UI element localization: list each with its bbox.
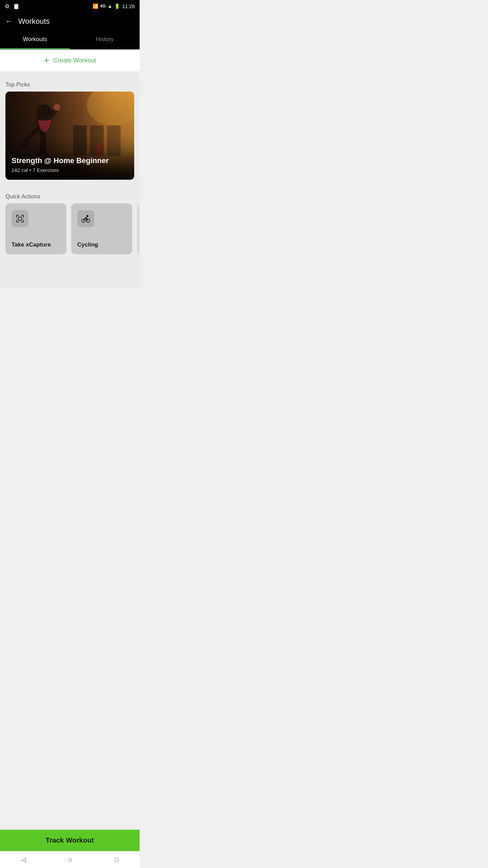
- svg-rect-19: [18, 217, 22, 220]
- cycling-icon: [77, 210, 94, 227]
- top-picks-workout-meta: 142 cal • 7 Exercises: [12, 167, 128, 173]
- time-display: 11:26: [122, 3, 135, 9]
- tab-bar: Workouts History: [0, 31, 140, 50]
- svg-rect-14: [23, 215, 24, 218]
- xcapture-icon: [12, 210, 28, 227]
- back-button[interactable]: ←: [5, 17, 13, 26]
- xcapture-svg: [15, 214, 25, 223]
- tab-workouts[interactable]: Workouts: [0, 31, 70, 49]
- clipboard-icon: 📋: [13, 3, 20, 9]
- settings-icon: ⚙: [5, 3, 9, 9]
- top-bar: ← Workouts: [0, 12, 140, 31]
- status-right-icons: 📶 4G ▲ 🔋 11:26: [93, 3, 135, 9]
- create-workout-button[interactable]: + Create Workout: [11, 50, 129, 71]
- top-picks-section-title: Top Picks: [0, 78, 140, 92]
- top-picks-workout-name: Strength @ Home Beginner: [12, 156, 128, 165]
- page-title: Workouts: [18, 17, 50, 26]
- svg-rect-12: [16, 215, 17, 218]
- svg-point-22: [86, 215, 88, 217]
- bluetooth-icon: 📶: [93, 3, 98, 9]
- quick-actions-section-title: Quick Actions: [0, 190, 140, 203]
- quick-actions-row: Take xCapture: [0, 203, 140, 254]
- battery-icon: 🔋: [114, 3, 120, 9]
- svg-rect-16: [16, 220, 17, 222]
- top-picks-overlay: Strength @ Home Beginner 142 cal • 7 Exe…: [5, 150, 134, 180]
- svg-rect-18: [23, 220, 24, 222]
- content-area: + Create Workout Top Picks: [0, 50, 140, 288]
- xcapture-label: Take xCapture: [12, 241, 60, 248]
- cycling-svg: [81, 214, 90, 223]
- 4g-label: 4G: [100, 4, 106, 8]
- quick-action-more[interactable]: [137, 203, 140, 254]
- quick-action-cycling[interactable]: Cycling: [71, 203, 132, 254]
- plus-icon: +: [44, 56, 49, 65]
- quick-action-xcapture[interactable]: Take xCapture: [5, 203, 66, 254]
- cycling-label: Cycling: [77, 241, 126, 248]
- signal-bars-icon: ▲: [108, 3, 113, 9]
- create-workout-label: Create Workout: [53, 57, 96, 64]
- top-picks-card[interactable]: Strength @ Home Beginner 142 cal • 7 Exe…: [5, 92, 134, 180]
- status-bar: ⚙ 📋 📶 4G ▲ 🔋 11:26: [0, 0, 140, 12]
- tab-history[interactable]: History: [70, 31, 140, 49]
- status-left-icons: ⚙ 📋: [5, 3, 20, 9]
